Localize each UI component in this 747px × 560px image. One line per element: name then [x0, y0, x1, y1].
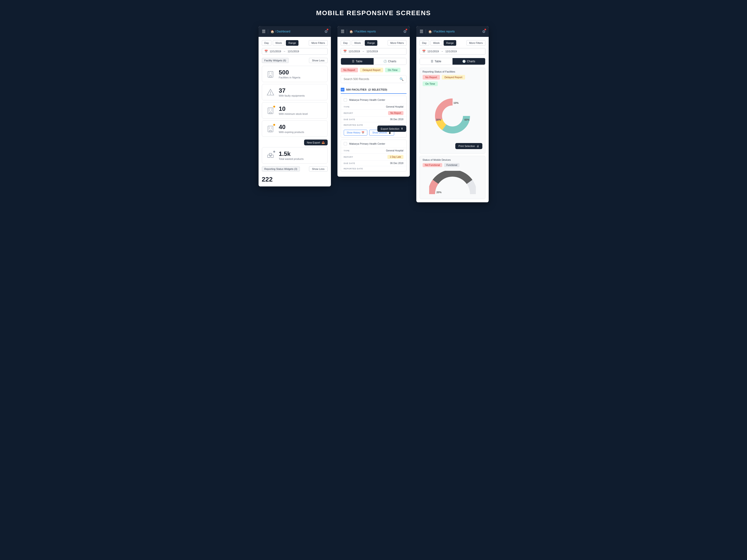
date-from: 12/1/2019: [270, 50, 281, 53]
breadcrumb-text: / Dashboard: [275, 30, 290, 33]
delayed-report-badge[interactable]: Delayed Report: [360, 68, 383, 72]
home-icon-3: 🏠: [428, 30, 432, 33]
range-filter[interactable]: Range: [286, 40, 299, 46]
facilities-count: 500: [279, 69, 300, 76]
screen-facilities-table: ☰ 🏠 / Facilities reports ⚙ Day Week Rang…: [337, 26, 410, 177]
on-time-badge[interactable]: On Time: [385, 68, 401, 72]
table-view-button[interactable]: ☰ Table: [341, 58, 374, 65]
settings-badge-2: [406, 29, 407, 30]
hamburger-icon[interactable]: ☰: [262, 29, 265, 34]
date-arrow: →: [283, 50, 286, 53]
table-view-button-3[interactable]: ☰ Table: [420, 58, 453, 65]
wasted-label: Total wasted products: [279, 157, 304, 160]
screen-facilities-charts: ☰ 🏠 / Facilities reports ⚙ Day Week Rang…: [416, 26, 489, 202]
hamburger-icon-2[interactable]: ☰: [341, 29, 344, 34]
calendar-icon-2: 📅: [343, 50, 347, 53]
gray-dot: [273, 151, 275, 153]
calendar-icon-3: 📅: [422, 50, 426, 53]
breadcrumb-facilities: 🏠 / Facilities reports: [349, 30, 401, 33]
more-filters-button[interactable]: More Filters: [309, 40, 328, 46]
devices-title: Status of Mobile Devices: [422, 158, 482, 161]
facility-name-2: Makarya Primary Health Center: [349, 142, 385, 145]
settings-badge-3: [485, 29, 486, 30]
print-popup[interactable]: Print Selection 🖨: [455, 143, 482, 149]
settings-icon[interactable]: ⚙: [325, 29, 328, 34]
reporting-widgets-header: Reporting Status Widgets (3) Show Less: [262, 167, 328, 172]
facility-name-1: Makarya Primary Health Center: [349, 99, 385, 101]
faulty-count: 37: [279, 87, 305, 94]
more-filters-button-3[interactable]: More Filters: [466, 40, 485, 46]
report-badge-1: No Report: [388, 111, 404, 115]
date-arrow-2: →: [362, 50, 364, 53]
report-badge-2: 1 Day Late: [387, 155, 403, 159]
delayed-badge-3[interactable]: Delayed Report: [442, 75, 465, 80]
range-filter-2[interactable]: Range: [365, 40, 377, 46]
charts-view-button[interactable]: 🕐 Charts: [374, 58, 406, 65]
widget-faulty: 37 With faulty equipments: [262, 84, 328, 100]
day-filter[interactable]: Day: [262, 40, 272, 46]
wasted-count: 1.5k: [279, 151, 304, 157]
devices-section: Status of Mobile Devices Not Functional …: [419, 156, 485, 199]
min-stock-label: With minimum stock level: [279, 112, 308, 115]
no-report-badge-3[interactable]: No Report: [422, 75, 440, 80]
day-filter-2[interactable]: Day: [341, 40, 351, 46]
show-less-button[interactable]: Show Less: [309, 58, 328, 63]
facility-checkbox-1[interactable]: [344, 98, 347, 102]
export-icon: 📤: [321, 141, 325, 144]
settings-icon-3[interactable]: ⚙: [482, 29, 485, 34]
table-icon: ☰: [352, 60, 355, 63]
widget-facilities: 500 Facilities in Nigeria: [262, 66, 328, 82]
charts-view-button-3[interactable]: 🕐 Charts: [453, 58, 485, 65]
delayed-label: 10%: [453, 102, 458, 104]
widget-text-expiring: 40 With expiring products: [279, 124, 304, 134]
reporting-status-badges: No Report Delayed Report On Time: [422, 75, 482, 86]
not-functional-badge[interactable]: Not Functional: [422, 163, 442, 167]
facility-row-1: Makarya Primary Health Center TYPE Gener…: [341, 96, 407, 138]
facility-due-row-1: DUE DATE 06 Dec 2018: [341, 117, 406, 122]
date-from-2: 12/1/2019: [349, 50, 360, 53]
search-input[interactable]: [344, 77, 400, 81]
widget-text-faulty: 37 With faulty equipments: [279, 87, 305, 97]
donut-chart-container: 30% 10% 60%: [422, 89, 482, 143]
facility-report-row-1: REPORT No Report: [341, 110, 406, 117]
hamburger-icon-3[interactable]: ☰: [419, 29, 423, 34]
search-bar: 🔍: [341, 75, 407, 83]
svg-rect-14: [269, 112, 271, 113]
date-to-2: 12/1/2019: [366, 50, 378, 53]
more-filters-button-2[interactable]: More Filters: [388, 40, 406, 46]
svg-point-8: [270, 94, 271, 94]
export-popup[interactable]: Export Selection ⬇: [377, 126, 406, 132]
box-icon: [266, 151, 275, 160]
screen-dashboard: ☰ 🏠 / Dashboard ⚙ Day Week Range More Fi…: [259, 26, 331, 186]
charts-content: Day Week Range More Filters 📅 12/1/2019 …: [416, 37, 489, 202]
range-filter-3[interactable]: Range: [444, 40, 456, 46]
warning-icon-wrap: [265, 87, 276, 97]
show-history-button[interactable]: Show History 📅: [344, 130, 367, 135]
select-all-checkbox[interactable]: —: [341, 88, 344, 92]
week-filter-2[interactable]: Week: [352, 40, 363, 46]
week-filter-3[interactable]: Week: [431, 40, 442, 46]
home-icon: 🏠: [271, 30, 274, 33]
week-filter[interactable]: Week: [273, 40, 284, 46]
charts-icon: 🕐: [383, 60, 387, 63]
calendar-icon: 📅: [264, 50, 268, 53]
facilities-content: Day Week Range More Filters 📅 12/1/2019 …: [337, 37, 410, 177]
no-report-badge[interactable]: No Report: [341, 68, 358, 72]
settings-icon-2[interactable]: ⚙: [403, 29, 407, 34]
orange-dot: [273, 106, 275, 107]
building-icon: [266, 70, 275, 78]
navbar-facilities: ☰ 🏠 / Facilities reports ⚙: [337, 26, 410, 37]
filter-row-2: Day Week Range More Filters: [341, 40, 407, 46]
day-filter-3[interactable]: Day: [419, 40, 430, 46]
building-yellow-icon: [266, 124, 275, 133]
breadcrumb-facilities-3: 🏠 / Facilities reports: [428, 30, 480, 33]
date-to: 12/1/2019: [287, 50, 299, 53]
facility-checkbox-2[interactable]: [344, 142, 347, 145]
navbar-facilities-3: ☰ 🏠 / Facilities reports ⚙: [416, 26, 489, 37]
reporting-show-less-button[interactable]: Show Less: [309, 167, 328, 172]
nav-divider-2: [347, 29, 347, 33]
functional-badge[interactable]: Functional: [444, 163, 460, 167]
facility-reported-row-2: REPORTED DATE: [341, 166, 406, 171]
devices-chart-container: 20%: [422, 169, 482, 197]
on-time-badge-3[interactable]: On Time: [422, 81, 438, 86]
